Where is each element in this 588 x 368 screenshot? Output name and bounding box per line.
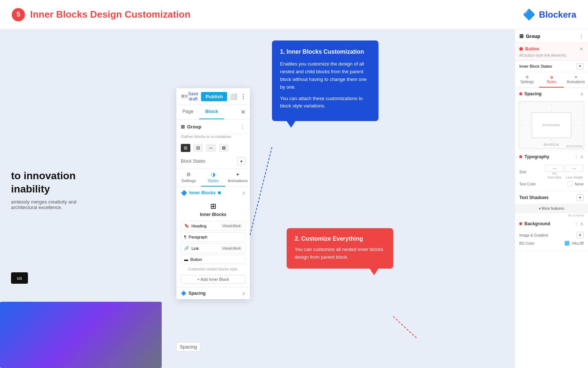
rp-background-title: Background: [519, 221, 550, 226]
margin-label: MARGIN: [544, 143, 559, 146]
block-item-paragraph-left: ¶ Paragraph: [184, 235, 207, 239]
rp-text-shadows-section: Text Shadows +: [515, 191, 588, 204]
inner-blocks-section: 🔷 Inner Blocks ∧ ⊞ Inner Blocks 🔖: [176, 187, 250, 287]
heading-icon: 🔖: [184, 223, 189, 228]
font-size-input[interactable]: [545, 165, 564, 172]
block-item-button[interactable]: ▬ Button: [181, 255, 245, 264]
bg-color-swatch[interactable]: [564, 241, 570, 246]
inner-blocks-toggle-icon[interactable]: ∧: [242, 190, 245, 196]
rp-image-gradient-row: Image & Gradient +: [519, 232, 584, 238]
line-height-dash: -: [565, 172, 584, 176]
wp-editor-panel: ⌘K Save draft Publish ⬜ ⋮ Page Block ✕ ⊞: [176, 88, 250, 299]
rp-background-header[interactable]: Background ⋮ ∧: [515, 218, 588, 230]
rp-group-label: Group: [526, 33, 540, 39]
rp-more-icon[interactable]: ⋮: [579, 33, 584, 39]
publish-button[interactable]: Publish: [201, 92, 227, 101]
rp-button-title: Button: [519, 46, 539, 52]
more-options-icon[interactable]: ⋮: [240, 93, 246, 100]
svg-line-1: [393, 316, 417, 339]
rp-add-state-button[interactable]: +: [577, 63, 584, 70]
rp-spacing-toggle[interactable]: ∧: [580, 91, 584, 97]
block-item-heading[interactable]: 🔖 Heading Virtual Block: [181, 221, 245, 231]
layout-icon-3[interactable]: ↔: [206, 144, 216, 152]
rp-bg-color-label: BG Color: [519, 241, 534, 245]
rp-spacing-header[interactable]: Spacing ∧: [515, 88, 588, 100]
rp-inner-block-button: Button ✕ All button-style link elements.: [515, 43, 588, 61]
rp-text-color-label: Text Color: [519, 182, 536, 186]
tooltip1-arrow: [287, 121, 295, 128]
group-desc: Gather blocks in a container.: [176, 134, 250, 142]
rp-typography-title: Typography: [519, 154, 549, 159]
rp-typography-header[interactable]: Typography ⋮ ∧: [515, 151, 588, 163]
text-color-swatch[interactable]: [567, 181, 573, 187]
panel-tabs-row: ⚙ Settings ◑ Styles ✦ Animations: [176, 169, 250, 187]
add-state-button[interactable]: +: [237, 157, 245, 165]
panel-tab-styles[interactable]: ◑ Styles: [201, 169, 226, 187]
wp-toolbar-left: ⌘K: [181, 94, 188, 99]
customize-note: Customize nested blocks style.: [181, 266, 245, 273]
block-item-paragraph[interactable]: ¶ Paragraph: [181, 232, 245, 242]
rp-styles-icon: ◑: [550, 75, 553, 79]
canvas-heading: to innovation inability: [11, 169, 76, 196]
tooltip1-para1: Enables you customize the design of all …: [280, 60, 370, 91]
inner-blocks-content: ⊞ Inner Blocks 🔖 Heading Virtual Block ¶: [176, 199, 250, 287]
rp-size-inputs: PX Font Size - Line Height: [545, 165, 584, 179]
settings-icon: ⚙: [186, 171, 191, 177]
rp-tab-animations[interactable]: ✦ Animations: [564, 72, 588, 88]
pad-bottom-dash: -: [551, 138, 552, 141]
layout-icon-1[interactable]: ⊞: [181, 144, 190, 152]
button-block-icon: ▬: [184, 257, 188, 262]
wp-panel-tabs: Page Block ✕: [176, 105, 250, 120]
panel-close-button[interactable]: ✕: [236, 105, 250, 119]
inner-blocks-header[interactable]: 🔷 Inner Blocks ∧: [176, 187, 250, 199]
canvas-area: to innovation inability amlessly merges …: [0, 29, 514, 368]
tooltip2-arrow: [370, 269, 379, 275]
main-area: to innovation inability amlessly merges …: [0, 29, 588, 368]
text-color-none-label: None: [575, 182, 584, 186]
block-states-row: Block States +: [176, 154, 250, 169]
rp-tab-styles[interactable]: ◑ Styles: [539, 72, 563, 88]
editor-mode-icon[interactable]: ⬜: [230, 93, 237, 100]
block-states-label: Block States: [181, 159, 205, 164]
rp-bg-toggle[interactable]: ∧: [580, 221, 584, 227]
layout-icon-2[interactable]: ⊟: [193, 144, 203, 152]
spacing-label: 🔷 Spacing: [181, 291, 206, 296]
pad-right-dash: -: [573, 123, 574, 127]
rp-image-gradient-label: Image & Gradient: [519, 233, 548, 237]
rp-add-image-gradient-button[interactable]: +: [577, 232, 584, 238]
canvas-cta-button[interactable]: us: [11, 272, 28, 284]
rp-inner-states: Inner Block States +: [515, 61, 588, 72]
wp-icons-row: ⊞ ⊟ ↔ ⊞: [176, 142, 250, 154]
tab-page[interactable]: Page: [176, 105, 199, 119]
panel-tab-settings[interactable]: ⚙ Settings: [176, 169, 201, 187]
spacing-bottom-label: Spacing: [176, 342, 200, 351]
tooltip1-title: 1. Inner Blocks Customization: [280, 48, 370, 56]
more-features-button[interactable]: ▾ More features: [515, 204, 588, 213]
spacing-section[interactable]: 🔷 Spacing ∧: [176, 287, 250, 299]
ib-blocks-icon: ⊞: [210, 202, 216, 210]
group-more-icon[interactable]: ⋮: [240, 123, 245, 130]
rp-bg-more-icon[interactable]: ⋮: [574, 221, 578, 226]
animations-icon: ✦: [236, 171, 240, 177]
spacing-dot: [519, 92, 522, 95]
spacing-toggle-icon[interactable]: ∧: [242, 290, 245, 296]
panel-tab-animations[interactable]: ✦ Animations: [225, 169, 250, 187]
add-inner-block-button[interactable]: + Add Inner Block: [181, 275, 245, 284]
tab-block[interactable]: Block: [199, 105, 224, 119]
save-draft-button[interactable]: Save draft: [188, 91, 198, 102]
layout-icon-4[interactable]: ⊞: [219, 144, 229, 152]
rp-inner-block-header: Button ✕: [519, 46, 584, 52]
rp-background-content: Image & Gradient + BG Color #4cc3ff: [515, 230, 588, 250]
rp-typography-toggle[interactable]: ∧: [580, 154, 584, 160]
rp-text-shadows-header[interactable]: Text Shadows +: [515, 191, 588, 204]
font-size-tag: PX: [545, 172, 564, 176]
block-item-link[interactable]: 🔗 Link Virtual Block: [181, 243, 245, 253]
block-item-button-left: ▬ Button: [184, 257, 202, 262]
rp-tab-settings[interactable]: ⚙ Settings: [515, 72, 539, 88]
line-height-input[interactable]: [565, 165, 584, 172]
rp-button-close-icon[interactable]: ✕: [579, 46, 584, 52]
rp-size-row: Size PX Font Size - Line Height: [519, 165, 584, 179]
rp-typography-more-icon[interactable]: ⋮: [574, 154, 578, 159]
rp-spacing-inner: PADDING - - - -: [532, 112, 571, 138]
rp-add-text-shadow-button[interactable]: +: [577, 194, 584, 201]
